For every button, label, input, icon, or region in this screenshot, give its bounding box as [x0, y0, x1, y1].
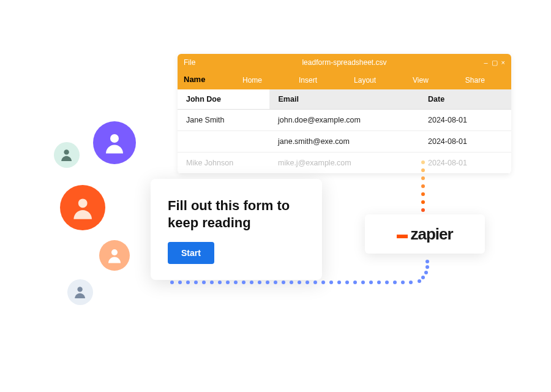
svg-point-4 [78, 287, 83, 292]
lead-form-card: Fill out this form to keep reading Start [151, 179, 322, 280]
name-column-label: Name [184, 75, 205, 84]
spreadsheet-table: John Doe Email Date Jane Smith john.doe@… [178, 89, 511, 174]
window-title: leadform-spreadsheet.csv [178, 58, 511, 67]
avatar [60, 185, 105, 230]
maximize-icon[interactable]: ▢ [492, 59, 498, 67]
cell[interactable]: mike.j@example.com [269, 153, 419, 174]
form-headline: Fill out this form to keep reading [168, 197, 305, 231]
svg-point-3 [111, 249, 118, 255]
zapier-card: zapier [365, 214, 485, 254]
spreadsheet-menubar: Name Home Insert Layout View Share [178, 71, 511, 89]
window-titlebar: File leadform-spreadsheet.csv – ▢ × [178, 54, 511, 71]
zapier-wordmark: zapier [410, 225, 452, 244]
avatar [93, 121, 136, 164]
svg-point-2 [78, 198, 88, 208]
file-menu[interactable]: File [184, 58, 195, 67]
column-header-date[interactable]: Date [419, 89, 511, 110]
table-header-row: John Doe Email Date [178, 89, 511, 110]
svg-point-1 [64, 150, 69, 155]
cell[interactable] [178, 131, 269, 153]
person-icon [105, 246, 124, 265]
connector-dots-vertical [421, 160, 425, 212]
person-icon [69, 194, 96, 221]
cell[interactable]: 2024-08-01 [419, 153, 511, 174]
person-icon [72, 284, 88, 300]
tab-insert[interactable]: Insert [299, 76, 317, 85]
person-icon [59, 147, 74, 162]
connector-dots-horizontal [170, 281, 413, 284]
avatar [54, 142, 80, 168]
person-icon [102, 130, 127, 156]
table-row: jane.smith@exe.com 2024-08-01 [178, 131, 511, 153]
minimize-icon[interactable]: – [484, 59, 487, 66]
zapier-mark-icon [397, 235, 408, 238]
avatar [99, 240, 130, 271]
cell[interactable]: jane.smith@exe.com [269, 131, 419, 153]
cell[interactable]: 2024-08-01 [419, 110, 511, 131]
cell[interactable]: Jane Smith [178, 110, 269, 131]
cell[interactable]: 2024-08-01 [419, 131, 511, 153]
avatar [67, 279, 93, 305]
tab-view[interactable]: View [413, 76, 429, 85]
tab-layout[interactable]: Layout [354, 76, 376, 85]
table-row: Mike Johnson mike.j@example.com 2024-08-… [178, 153, 511, 174]
table-row: Jane Smith john.doe@example.com 2024-08-… [178, 110, 511, 131]
zapier-logo: zapier [397, 225, 452, 244]
spreadsheet-window: File leadform-spreadsheet.csv – ▢ × Name… [178, 54, 511, 174]
column-header-email[interactable]: Email [269, 89, 419, 110]
tab-share[interactable]: Share [465, 76, 485, 85]
start-button[interactable]: Start [168, 242, 214, 264]
close-icon[interactable]: × [501, 59, 505, 66]
tab-home[interactable]: Home [242, 76, 262, 85]
cell[interactable]: john.doe@example.com [269, 110, 419, 131]
cell[interactable]: Mike Johnson [178, 153, 269, 174]
svg-point-0 [110, 134, 119, 143]
cell[interactable]: John Doe [178, 89, 269, 110]
